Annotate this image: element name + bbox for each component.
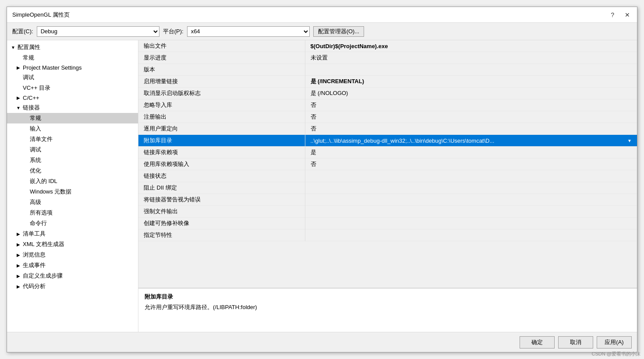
sidebar-item-linker-embed-idl[interactable]: 嵌入的 IDL xyxy=(7,176,138,187)
sidebar-item-label: 常规 xyxy=(23,54,34,62)
table-row[interactable]: 逐用户重定向否 xyxy=(138,123,637,135)
sidebar-item-label: 清单文件 xyxy=(30,135,53,143)
sidebar-item-label: 链接器 xyxy=(23,104,40,112)
table-row[interactable]: 链接库依赖项是 xyxy=(138,147,637,158)
sidebar-item-browse-info[interactable]: ▶浏览信息 xyxy=(7,250,138,260)
tree-arrow-icon: ▶ xyxy=(16,95,21,100)
tree-arrow-icon: ▶ xyxy=(16,232,21,236)
sidebar-item-label: Project Master Settings xyxy=(23,64,81,71)
sidebar-item-linker-all-opts[interactable]: 所有选项 xyxy=(7,208,138,218)
config-select[interactable]: Debug xyxy=(37,26,159,37)
sidebar-item-label: 配置属性 xyxy=(18,43,40,51)
prop-value: 否 xyxy=(305,111,637,123)
platform-label: 平台(P): xyxy=(163,28,184,35)
sidebar-item-label: 高级 xyxy=(30,198,41,206)
prop-name: 输出文件 xyxy=(138,40,305,52)
prop-name: 创建可热修补映像 xyxy=(138,218,305,229)
description-panel: 附加库目录 允许用户重写环境库路径。(/LIBPATH:folder) xyxy=(138,288,637,332)
sidebar-item-label: 自定义生成步骤 xyxy=(23,272,63,280)
prop-name: 显示进度 xyxy=(138,52,305,64)
prop-name: 版本 xyxy=(138,64,305,76)
prop-value xyxy=(305,182,637,194)
config-manager-button[interactable]: 配置管理器(O)... xyxy=(313,26,364,37)
table-row[interactable]: 取消显示启动版权标志是 (/NOLOGO) xyxy=(138,88,637,99)
properties-table: 输出文件$(OutDir)$(ProjectName).exe显示进度未设置版本… xyxy=(138,40,637,288)
sidebar-item-label: 输入 xyxy=(30,125,41,133)
table-row[interactable]: 阻止 DII 绑定 xyxy=(138,182,637,194)
sidebar-item-label: 系统 xyxy=(30,156,41,164)
prop-value-wrapper: ..\glut;..\..\lib\assimp_debug-dll_win32… xyxy=(311,137,632,144)
sidebar-item-label: 命令行 xyxy=(30,219,47,227)
prop-name: 取消显示启动版权标志 xyxy=(138,88,305,99)
sidebar-item-build-events[interactable]: ▶生成事件 xyxy=(7,260,138,271)
platform-select[interactable]: x64 xyxy=(187,26,310,37)
table-row[interactable]: 版本 xyxy=(138,64,637,76)
sidebar-item-custom-build[interactable]: ▶自定义生成步骤 xyxy=(7,271,138,281)
dialog: SimpleOpenGL 属性页 ? ✕ 配置(C): Debug 平台(P):… xyxy=(7,7,637,352)
sidebar-item-linker-debug[interactable]: 调试 xyxy=(7,144,138,155)
sidebar-item-linker-general[interactable]: 常规 xyxy=(7,113,138,123)
prop-value xyxy=(305,218,637,229)
sidebar-item-label: 调试 xyxy=(30,146,41,154)
table-row[interactable]: 指定节特性 xyxy=(138,229,637,241)
prop-name: 指定节特性 xyxy=(138,229,305,241)
prop-value: 是 (/NOLOGO) xyxy=(305,88,637,99)
sidebar-item-label: 常规 xyxy=(30,114,41,122)
sidebar-item-linker[interactable]: ▼链接器 xyxy=(7,102,138,113)
dropdown-arrow-icon[interactable]: ▼ xyxy=(627,138,632,143)
sidebar-item-manifest-tool[interactable]: ▶清单工具 xyxy=(7,229,138,239)
sidebar-item-linker-manifest[interactable]: 清单文件 xyxy=(7,134,138,144)
sidebar-item-label: VC++ 目录 xyxy=(23,84,50,92)
sidebar-item-label: 调试 xyxy=(23,74,34,81)
sidebar-item-xml-doc-gen[interactable]: ▶XML 文档生成器 xyxy=(7,239,138,250)
close-button[interactable]: ✕ xyxy=(623,11,632,18)
sidebar-item-project-master[interactable]: ▶Project Master Settings xyxy=(7,63,138,72)
sidebar-item-label: 浏览信息 xyxy=(23,251,46,259)
table-row[interactable]: 显示进度未设置 xyxy=(138,52,637,64)
sidebar-item-label: 生成事件 xyxy=(23,261,46,269)
prop-value: ..\glut;..\..\lib\assimp_debug-dll_win32… xyxy=(305,135,637,147)
props-table-inner: 输出文件$(OutDir)$(ProjectName).exe显示进度未设置版本… xyxy=(138,40,637,241)
table-row[interactable]: 忽略导入库否 xyxy=(138,99,637,111)
cancel-button[interactable]: 取消 xyxy=(558,336,593,348)
sidebar-item-linker-cmdline[interactable]: 命令行 xyxy=(7,218,138,229)
prop-value xyxy=(305,194,637,206)
prop-name: 阻止 DII 绑定 xyxy=(138,182,305,194)
table-row[interactable]: 输出文件$(OutDir)$(ProjectName).exe xyxy=(138,40,637,52)
sidebar-item-label: 嵌入的 IDL xyxy=(30,177,57,185)
content-area: 输出文件$(OutDir)$(ProjectName).exe显示进度未设置版本… xyxy=(138,40,637,332)
sidebar-item-linker-opt[interactable]: 优化 xyxy=(7,165,138,176)
table-row[interactable]: 强制文件输出 xyxy=(138,206,637,218)
table-row[interactable]: 启用增量链接是 (/INCREMENTAL) xyxy=(138,76,637,88)
sidebar-item-pei-zhi-shuxing[interactable]: ▼配置属性 xyxy=(7,42,138,53)
toolbar: 配置(C): Debug 平台(P): x64 配置管理器(O)... xyxy=(7,23,637,40)
table-row[interactable]: 使用库依赖项输入否 xyxy=(138,158,637,170)
sidebar-item-linker-advanced[interactable]: 高级 xyxy=(7,197,138,208)
tree-arrow-icon: ▶ xyxy=(16,253,21,257)
tree-arrow-icon: ▼ xyxy=(16,106,21,110)
help-button[interactable]: ? xyxy=(609,11,616,18)
prop-name: 忽略导入库 xyxy=(138,99,305,111)
sidebar-item-label: C/C++ xyxy=(23,95,39,101)
tree-arrow-icon: ▶ xyxy=(16,274,21,278)
sidebar-item-c-cpp[interactable]: ▶C/C++ xyxy=(7,93,138,102)
table-row[interactable]: 将链接器警告视为错误 xyxy=(138,194,637,206)
sidebar-item-linker-system[interactable]: 系统 xyxy=(7,155,138,165)
prop-name: 使用库依赖项输入 xyxy=(138,158,305,170)
sidebar-item-linker-windows-meta[interactable]: Windows 元数据 xyxy=(7,187,138,197)
sidebar-item-linker-input[interactable]: 输入 xyxy=(7,123,138,134)
sidebar-item-tiao-shi[interactable]: 调试 xyxy=(7,72,138,83)
sidebar-item-chang-gui[interactable]: 常规 xyxy=(7,53,138,63)
table-row[interactable]: 附加库目录..\glut;..\..\lib\assimp_debug-dll_… xyxy=(138,135,637,147)
sidebar-item-code-analysis[interactable]: ▶代码分析 xyxy=(7,281,138,292)
prop-value: 否 xyxy=(305,99,637,111)
prop-value: 是 xyxy=(305,147,637,158)
sidebar-item-label: 清单工具 xyxy=(23,230,46,238)
table-row[interactable]: 注册输出否 xyxy=(138,111,637,123)
table-row[interactable]: 创建可热修补映像 xyxy=(138,218,637,229)
apply-button[interactable]: 应用(A) xyxy=(597,336,632,348)
prop-name: 将链接器警告视为错误 xyxy=(138,194,305,206)
table-row[interactable]: 链接状态 xyxy=(138,170,637,182)
sidebar-item-vc-dir[interactable]: VC++ 目录 xyxy=(7,83,138,93)
ok-button[interactable]: 确定 xyxy=(520,336,555,348)
